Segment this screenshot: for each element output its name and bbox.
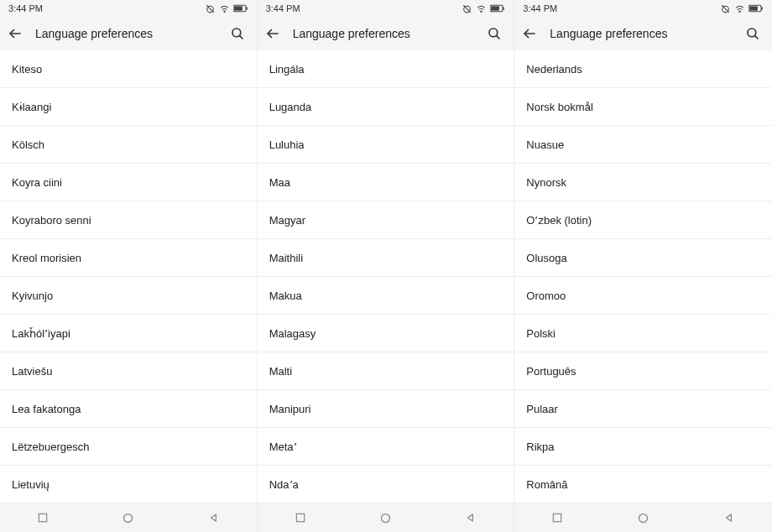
recent-apps-button[interactable] [292,509,309,526]
language-item[interactable]: Metaʼ [258,428,514,466]
back-button[interactable] [7,25,23,42]
svg-point-14 [481,11,482,12]
svg-rect-28 [749,6,758,10]
recent-apps-button[interactable] [34,509,51,526]
language-item[interactable]: Lea fakatonga [0,390,257,428]
svg-rect-21 [296,514,304,521]
language-item[interactable]: Maithili [258,239,514,277]
language-label: Oʻzbek (lotin) [526,214,592,227]
language-item[interactable]: Koyra ciini [0,164,257,201]
language-item[interactable]: Maa [258,164,514,201]
language-item[interactable]: Koyraboro senni [0,201,257,239]
search-button[interactable] [743,24,762,43]
status-bar: 3:44 PM [258,0,514,17]
svg-point-26 [739,11,740,12]
language-label: Lakȟólʼiyapi [12,327,70,340]
language-item[interactable]: Makua [258,277,514,315]
language-item[interactable]: Manipuri [258,390,514,428]
app-bar: Language preferences [0,17,257,50]
language-item[interactable]: Kiteso [0,50,257,88]
language-item[interactable]: Oromoo [514,277,772,315]
language-item[interactable]: Kɨlaangi [0,88,257,126]
language-item[interactable]: Latviešu [0,352,257,390]
language-label: Lietuvių [12,478,50,491]
svg-point-22 [381,514,389,522]
language-item[interactable]: Luluhia [258,126,514,164]
language-item[interactable]: Rikpa [514,428,772,466]
page-title: Language preferences [35,27,216,40]
wifi-icon [219,3,230,14]
language-item[interactable]: Ndaʼa [258,466,514,503]
wifi-icon [476,3,487,14]
home-button[interactable] [377,509,394,526]
language-label: Oromoo [526,289,566,302]
svg-line-32 [754,35,758,39]
language-item[interactable]: Nederlands [514,50,772,88]
search-button[interactable] [485,24,503,43]
app-bar: Language preferences [514,17,772,50]
language-label: Makua [269,289,302,302]
language-item[interactable]: Norsk bokmål [514,88,772,126]
language-item[interactable]: Nuasue [514,126,772,164]
language-item[interactable]: Lakȟólʼiyapi [0,315,257,352]
language-label: Olusoga [526,252,566,264]
language-item[interactable]: Olusoga [514,239,772,277]
nav-bar [0,503,257,532]
language-item[interactable]: Malti [258,352,514,390]
language-label: Metaʼ [269,441,297,453]
language-label: Koyraboro senni [12,214,91,227]
language-list[interactable]: NederlandsNorsk bokmålNuasueNynorskOʻzbe… [514,50,772,503]
language-item[interactable]: Lëtzebuergesch [0,428,257,466]
app-bar: Language preferences [258,17,514,50]
language-label: Ndaʼa [269,478,299,491]
language-item[interactable]: Polski [514,315,772,352]
svg-point-10 [124,514,133,522]
language-item[interactable]: Nynorsk [514,164,772,201]
no-alarm-icon [205,3,216,14]
language-item[interactable]: Português [514,352,772,390]
phone-screen: 3:44 PMLanguage preferencesNederlandsNor… [514,0,772,532]
language-list[interactable]: KitesoKɨlaangiKölschKoyra ciiniKoyraboro… [0,50,257,503]
language-label: Nederlands [526,63,582,76]
language-label: Koyra ciini [12,176,62,189]
language-label: Luganda [269,101,312,113]
language-item[interactable]: Magyar [258,201,514,239]
search-button[interactable] [228,24,247,43]
svg-rect-5 [246,8,248,10]
language-list[interactable]: LingálaLugandaLuluhiaMaaMagyarMaithiliMa… [258,50,514,503]
back-button[interactable] [264,25,281,42]
back-nav-button[interactable] [462,509,479,526]
nav-bar [514,503,772,532]
language-item[interactable]: Kyivunjo [0,277,257,315]
language-item[interactable]: Kölsch [0,126,257,164]
no-alarm-icon [720,3,731,14]
language-item[interactable]: Kreol morisien [0,239,257,277]
language-item[interactable]: Pulaar [514,390,772,428]
status-bar: 3:44 PM [514,0,772,17]
language-item[interactable]: Lingála [258,50,514,88]
back-button[interactable] [521,25,538,42]
home-button[interactable] [635,509,652,526]
svg-line-20 [497,35,500,39]
phone-screen: 3:44 PMLanguage preferencesLingálaLugand… [258,0,515,532]
phone-screen: 3:44 PMLanguage preferencesKitesoKɨlaang… [0,0,258,532]
back-nav-button[interactable] [721,509,738,526]
language-item[interactable]: Oʻzbek (lotin) [514,201,772,239]
language-item[interactable]: Română [514,466,772,503]
recent-apps-button[interactable] [549,509,566,526]
language-label: Português [526,365,576,378]
language-label: Nuasue [526,138,564,151]
language-label: Maa [269,176,290,189]
back-nav-button[interactable] [206,509,222,526]
status-time: 3:44 PM [266,3,300,13]
language-item[interactable]: Lietuvių [0,466,257,503]
language-label: Latviešu [12,365,52,378]
language-label: Malti [269,365,292,378]
language-label: Kreol morisien [12,252,81,264]
language-label: Maithili [269,252,303,264]
wifi-icon [734,3,745,14]
svg-marker-11 [211,514,216,521]
language-item[interactable]: Malagasy [258,315,514,352]
home-button[interactable] [120,509,137,526]
language-item[interactable]: Luganda [258,88,514,126]
